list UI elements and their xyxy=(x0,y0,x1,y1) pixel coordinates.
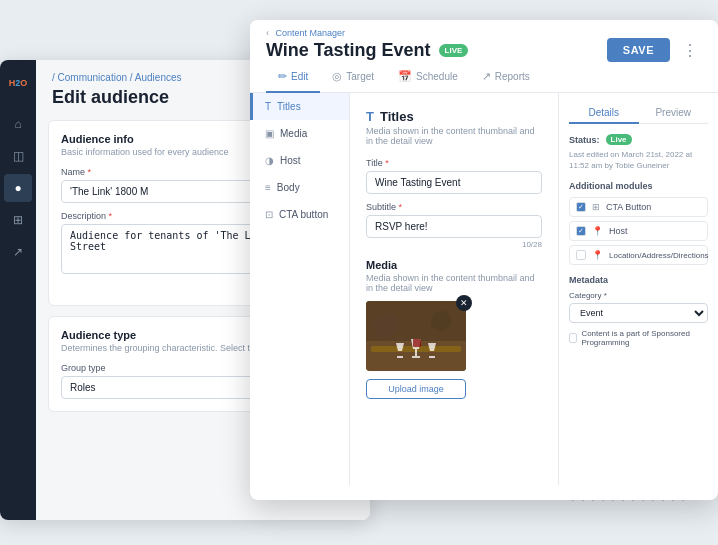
right-tab-details[interactable]: Details xyxy=(569,103,639,124)
content-section-subtitle: Media shown in the content thumbnail and… xyxy=(366,126,542,146)
category-select[interactable]: Event Announcement News xyxy=(569,303,708,323)
media-thumbnail xyxy=(366,301,466,371)
sponsored-row: Content is a part of Sponsored Programmi… xyxy=(569,329,708,347)
title-input[interactable] xyxy=(366,171,542,194)
title-field-label: Title * xyxy=(366,158,542,168)
left-nav-host[interactable]: ◑ Host xyxy=(250,147,349,174)
cta-module-label: CTA Button xyxy=(606,202,651,212)
left-nav-media[interactable]: ▣ Media xyxy=(250,120,349,147)
media-upload-area: ✕ Upload image xyxy=(366,301,466,399)
upload-image-button[interactable]: Upload image xyxy=(366,379,466,399)
front-nav-tabs: ✏ Edit ◎ Target 📅 Schedule ↗ Reports xyxy=(250,62,718,93)
module-location-checkbox[interactable] xyxy=(576,250,586,260)
right-tab-preview[interactable]: Preview xyxy=(639,103,709,124)
media-section: Media Media shown in the content thumbna… xyxy=(366,259,542,399)
left-nav-body[interactable]: ≡ Body xyxy=(250,174,349,201)
remove-image-button[interactable]: ✕ xyxy=(456,295,472,311)
media-section-subtitle: Media shown in the content thumbnail and… xyxy=(366,273,542,293)
sidebar-icon-chart[interactable]: ◫ xyxy=(4,142,32,170)
front-breadcrumb: ‹ Content Manager xyxy=(266,28,702,38)
metadata-title: Metadata xyxy=(569,275,708,285)
tab-edit[interactable]: ✏ Edit xyxy=(266,62,320,93)
additional-modules-title: Additional modules xyxy=(569,181,708,191)
front-header-actions: SAVE ⋮ xyxy=(607,38,702,62)
subtitle-field-label: Subtitle * xyxy=(366,202,542,212)
more-options-button[interactable]: ⋮ xyxy=(678,41,702,60)
app-sidebar: H2O ⌂ ◫ ● ⊞ ↗ xyxy=(0,60,36,520)
live-status-badge: Live xyxy=(439,44,469,57)
sidebar-icon-home[interactable]: ⌂ xyxy=(4,110,32,138)
subtitle-char-count: 10/28 xyxy=(366,240,542,249)
svg-rect-7 xyxy=(413,339,421,347)
location-module-icon: 📍 xyxy=(592,250,603,260)
tab-schedule[interactable]: 📅 Schedule xyxy=(386,62,470,93)
sidebar-icon-grid[interactable]: ⊞ xyxy=(4,206,32,234)
save-button[interactable]: SAVE xyxy=(607,38,670,62)
media-icon: ▣ xyxy=(265,128,274,139)
cta-icon: ⊡ xyxy=(265,209,273,220)
content-section-title: T Titles xyxy=(366,109,542,124)
front-right-panel: Details Preview Status: Live Last edited… xyxy=(558,93,718,485)
sidebar-icon-people[interactable]: ● xyxy=(4,174,32,202)
titles-icon: T xyxy=(265,101,271,112)
host-module-label: Host xyxy=(609,226,628,236)
front-panel-title: Wine Tasting Event xyxy=(266,40,431,61)
module-cta-button: ⊞ CTA Button xyxy=(569,197,708,217)
left-nav-titles[interactable]: T Titles xyxy=(250,93,349,120)
front-content-area: T Titles Media shown in the content thum… xyxy=(350,93,558,485)
subtitle-input[interactable] xyxy=(366,215,542,238)
app-logo: H2O xyxy=(4,72,32,94)
sponsored-checkbox[interactable] xyxy=(569,333,577,343)
module-cta-checkbox[interactable] xyxy=(576,202,586,212)
host-icon: ◑ xyxy=(265,155,274,166)
body-icon: ≡ xyxy=(265,182,271,193)
sponsored-label: Content is a part of Sponsored Programmi… xyxy=(581,329,708,347)
status-live-badge: Live xyxy=(606,134,632,145)
sidebar-icon-arrow[interactable]: ↗ xyxy=(4,238,32,266)
category-label: Category * xyxy=(569,291,708,300)
media-image-inner xyxy=(366,301,466,371)
location-module-label: Location/Address/Directions xyxy=(609,251,709,260)
front-body: T Titles ▣ Media ◑ Host ≡ Body ⊡ CTA but… xyxy=(250,93,718,485)
reports-icon: ↗ xyxy=(482,70,491,83)
status-label: Status: xyxy=(569,135,600,145)
module-host: 📍 Host xyxy=(569,221,708,241)
svg-point-9 xyxy=(431,311,451,331)
tab-target[interactable]: ◎ Target xyxy=(320,62,386,93)
status-row: Status: Live xyxy=(569,134,708,145)
media-section-title: Media xyxy=(366,259,542,271)
right-panel-tabs: Details Preview xyxy=(569,103,708,124)
edit-icon: ✏ xyxy=(278,70,287,83)
last-edited-text: Last edited on March 21st, 2022 at 11:52… xyxy=(569,149,708,171)
front-left-nav: T Titles ▣ Media ◑ Host ≡ Body ⊡ CTA but… xyxy=(250,93,350,485)
svg-point-8 xyxy=(374,314,398,338)
tab-reports[interactable]: ↗ Reports xyxy=(470,62,542,93)
host-module-icon: 📍 xyxy=(592,226,603,236)
left-nav-cta-button[interactable]: ⊡ CTA button xyxy=(250,201,349,228)
cta-module-icon: ⊞ xyxy=(592,202,600,212)
wine-tasting-panel: ‹ Content Manager Wine Tasting Event Liv… xyxy=(250,20,718,500)
module-host-checkbox[interactable] xyxy=(576,226,586,236)
schedule-icon: 📅 xyxy=(398,70,412,83)
module-location: 📍 Location/Address/Directions xyxy=(569,245,708,265)
target-icon: ◎ xyxy=(332,70,342,83)
